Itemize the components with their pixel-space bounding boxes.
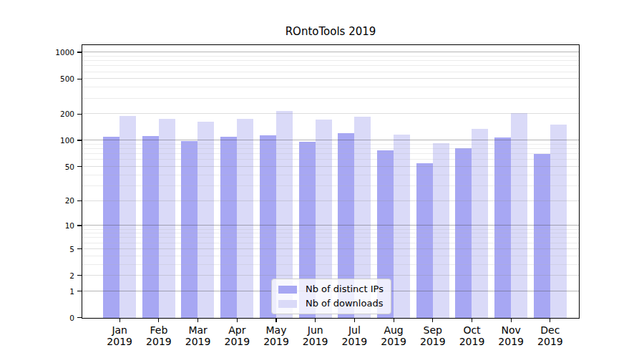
gridline-200 — [82, 113, 579, 114]
y-tick-label-2: 2 — [27, 271, 74, 281]
y-tick-200 — [77, 114, 82, 115]
chart-title: ROntoTools 2019 — [82, 25, 580, 38]
x-tick-mar — [197, 319, 198, 322]
gridline-1000 — [82, 52, 579, 52]
y-tick-label-20: 20 — [27, 195, 74, 205]
gridline-70 — [82, 153, 579, 154]
gridline-300 — [82, 98, 579, 99]
gridline-700 — [82, 65, 579, 66]
legend: Nb of distinct IPsNb of downloads — [271, 279, 391, 314]
gridline-90 — [82, 144, 579, 145]
gridline-100 — [82, 140, 579, 140]
y-tick-5 — [77, 248, 82, 249]
x-tick-jun — [315, 319, 316, 322]
gridline-800 — [82, 60, 579, 61]
plot-area: Nb of distinct IPsNb of downloads — [82, 44, 580, 319]
grid-layer — [82, 45, 579, 318]
x-tick-dec — [550, 319, 550, 322]
x-tick-jan — [119, 319, 120, 322]
gridline-5 — [82, 248, 579, 249]
gridline-2 — [82, 275, 579, 276]
legend-swatch-nb-of-downloads — [278, 300, 297, 308]
y-tick-label-1000: 1000 — [27, 47, 74, 57]
x-tick-feb — [158, 319, 159, 322]
gridline-4 — [82, 256, 579, 256]
y-tick-0 — [77, 317, 82, 318]
gridline-10 — [82, 225, 579, 226]
x-tick-label-dec: Dec2019 — [527, 324, 573, 348]
gridline-7 — [82, 237, 579, 238]
gridline-20 — [82, 200, 579, 201]
legend-swatch-nb-of-distinct-ips — [278, 286, 297, 294]
y-tick-label-10: 10 — [27, 221, 74, 231]
y-tick-label-1: 1 — [27, 286, 74, 296]
y-tick-2 — [77, 275, 82, 276]
gridline-60 — [82, 159, 579, 160]
y-tick-10 — [77, 225, 82, 226]
x-tick-apr — [237, 319, 238, 322]
y-tick-1 — [77, 291, 82, 291]
y-tick-1000 — [77, 52, 82, 52]
gridline-6 — [82, 243, 579, 243]
gridline-9 — [82, 229, 579, 230]
x-tick-sep — [432, 319, 433, 322]
gridline-30 — [82, 185, 579, 186]
x-tick-nov — [511, 319, 512, 322]
gridline-900 — [82, 56, 579, 57]
y-tick-label-100: 100 — [27, 135, 74, 145]
x-tick-aug — [394, 319, 394, 322]
figure: ROntoTools 2019 Nb of distinct IPsNb of … — [0, 0, 644, 358]
gridline-80 — [82, 148, 579, 149]
gridline-500 — [82, 78, 579, 79]
gridline-50 — [82, 166, 579, 167]
x-tick-jul — [354, 319, 355, 322]
legend-label-nb-of-distinct-ips: Nb of distinct IPs — [306, 284, 384, 295]
gridline-40 — [82, 175, 579, 175]
gridline-3 — [82, 264, 579, 265]
y-tick-label-500: 500 — [27, 74, 74, 84]
legend-item-nb-of-distinct-ips: Nb of distinct IPs — [278, 284, 384, 295]
x-tick-label-year-dec: 2019 — [527, 336, 573, 348]
y-tick-label-50: 50 — [27, 162, 74, 172]
y-tick-label-5: 5 — [27, 244, 74, 254]
y-tick-20 — [77, 200, 82, 201]
gridline-8 — [82, 233, 579, 233]
x-tick-label-month-dec: Dec — [527, 324, 573, 337]
x-tick-may — [275, 319, 276, 322]
y-tick-50 — [77, 166, 82, 167]
y-tick-label-200: 200 — [27, 109, 74, 119]
legend-item-nb-of-downloads: Nb of downloads — [278, 298, 384, 309]
gridline-600 — [82, 72, 579, 72]
y-tick-100 — [77, 140, 82, 140]
y-tick-500 — [77, 79, 82, 79]
x-tick-oct — [472, 319, 472, 322]
legend-label-nb-of-downloads: Nb of downloads — [306, 298, 383, 309]
gridline-400 — [82, 87, 579, 87]
y-tick-label-0: 0 — [27, 313, 74, 323]
